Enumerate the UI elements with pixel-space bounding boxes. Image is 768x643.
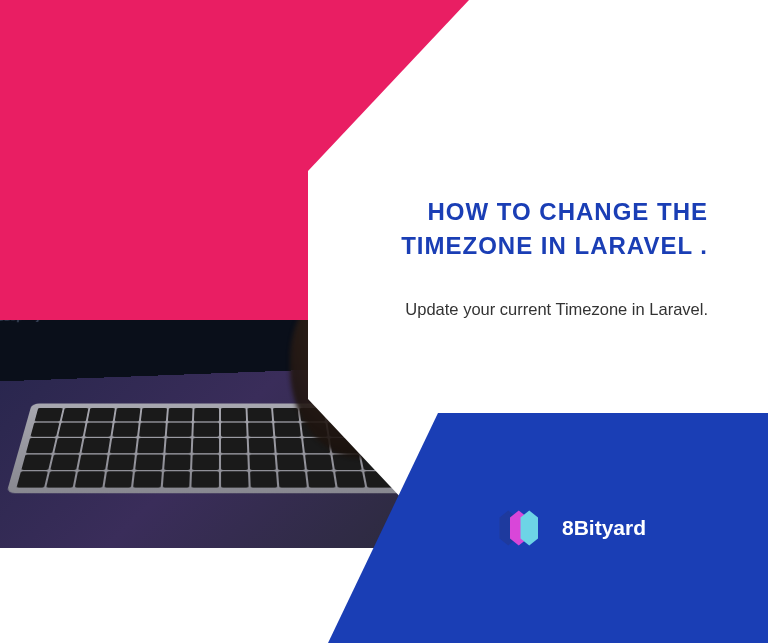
article-title: HOW TO CHANGE THETIMEZONE IN LARAVEL . <box>388 195 708 262</box>
article-subtitle: Update your current Timezone in Laravel. <box>388 297 708 322</box>
brand-name: 8Bityard <box>562 516 646 540</box>
brand-logo-icon <box>490 507 544 549</box>
